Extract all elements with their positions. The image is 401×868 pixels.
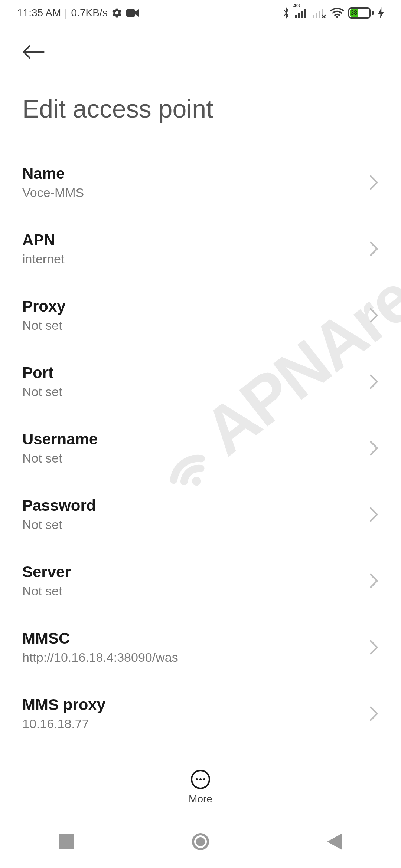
svg-point-14: [203, 778, 205, 780]
chevron-right-icon: [369, 507, 379, 522]
apn-settings-list: Name Voce-MMS APN internet Proxy Not set…: [0, 134, 401, 747]
row-value: Not set: [22, 517, 96, 532]
more-button[interactable]: More: [0, 762, 401, 805]
signal-icon-sim2: [313, 8, 326, 18]
row-title: MMSC: [22, 629, 178, 647]
gear-icon: [111, 7, 123, 19]
svg-rect-6: [313, 15, 314, 18]
status-separator: |: [65, 7, 67, 19]
row-username[interactable]: Username Not set: [22, 415, 379, 481]
chevron-right-icon: [369, 640, 379, 655]
row-title: Password: [22, 497, 96, 514]
row-proxy[interactable]: Proxy Not set: [22, 282, 379, 348]
circle-icon: [192, 833, 209, 851]
status-bar: 11:35 AM | 0.7KB/s 4G: [0, 0, 401, 26]
camera-icon: [126, 9, 139, 17]
row-password[interactable]: Password Not set: [22, 481, 379, 548]
chevron-right-icon: [369, 441, 379, 456]
system-nav-bar: [0, 816, 401, 868]
svg-point-13: [199, 778, 202, 780]
row-mmsc[interactable]: MMSC http://10.16.18.4:38090/was: [22, 614, 379, 680]
nav-home-button[interactable]: [184, 825, 217, 859]
battery-indicator: 38: [348, 7, 374, 19]
chevron-right-icon: [369, 241, 379, 256]
signal-icon-sim1: [295, 8, 308, 18]
row-value: 10.16.18.77: [22, 717, 105, 731]
back-button[interactable]: [22, 41, 45, 65]
row-value: http://10.16.18.4:38090/was: [22, 650, 178, 665]
battery-pct: 38: [351, 10, 357, 16]
chevron-right-icon: [369, 706, 379, 721]
status-time: 11:35 AM: [17, 7, 61, 19]
svg-rect-8: [319, 11, 320, 18]
square-icon: [59, 834, 74, 849]
row-title: Port: [22, 364, 62, 382]
bluetooth-icon: [282, 7, 290, 19]
row-value: Voce-MMS: [22, 185, 84, 200]
row-value: Not set: [22, 451, 98, 466]
svg-rect-4: [301, 11, 303, 18]
row-title: APN: [22, 231, 64, 249]
svg-point-10: [336, 16, 338, 18]
chevron-right-icon: [369, 573, 379, 588]
wifi-icon: [330, 8, 344, 18]
triangle-left-icon: [327, 834, 342, 850]
more-icon: [190, 769, 211, 789]
row-value: internet: [22, 252, 64, 266]
row-mms-proxy[interactable]: MMS proxy 10.16.18.77: [22, 680, 379, 747]
row-apn[interactable]: APN internet: [22, 216, 379, 282]
svg-rect-15: [59, 834, 74, 849]
nav-back-button[interactable]: [320, 826, 349, 859]
nav-recent-button[interactable]: [52, 827, 81, 858]
row-value: Not set: [22, 584, 71, 598]
chevron-right-icon: [369, 175, 379, 190]
chevron-right-icon: [369, 308, 379, 323]
row-title: Username: [22, 430, 98, 448]
status-network-speed: 0.7KB/s: [71, 7, 108, 19]
row-title: Server: [22, 563, 71, 581]
arrow-left-icon: [22, 45, 45, 59]
svg-point-12: [196, 778, 198, 780]
more-label: More: [189, 793, 212, 805]
row-value: Not set: [22, 385, 62, 399]
page-title: Edit access point: [22, 94, 379, 123]
row-title: MMS proxy: [22, 696, 105, 714]
svg-rect-5: [304, 9, 306, 18]
svg-point-17: [196, 837, 205, 846]
row-name[interactable]: Name Voce-MMS: [22, 149, 379, 216]
charging-icon: [378, 7, 384, 19]
row-value: Not set: [22, 318, 66, 333]
header: Edit access point: [0, 26, 401, 134]
mobile-gen-label: 4G: [293, 3, 300, 9]
row-title: Proxy: [22, 297, 66, 315]
chevron-right-icon: [369, 374, 379, 389]
svg-rect-7: [316, 13, 317, 18]
svg-rect-1: [126, 9, 135, 17]
row-port[interactable]: Port Not set: [22, 348, 379, 415]
svg-rect-3: [298, 13, 300, 18]
svg-rect-2: [295, 15, 297, 18]
row-title: Name: [22, 165, 84, 183]
row-server[interactable]: Server Not set: [22, 548, 379, 614]
